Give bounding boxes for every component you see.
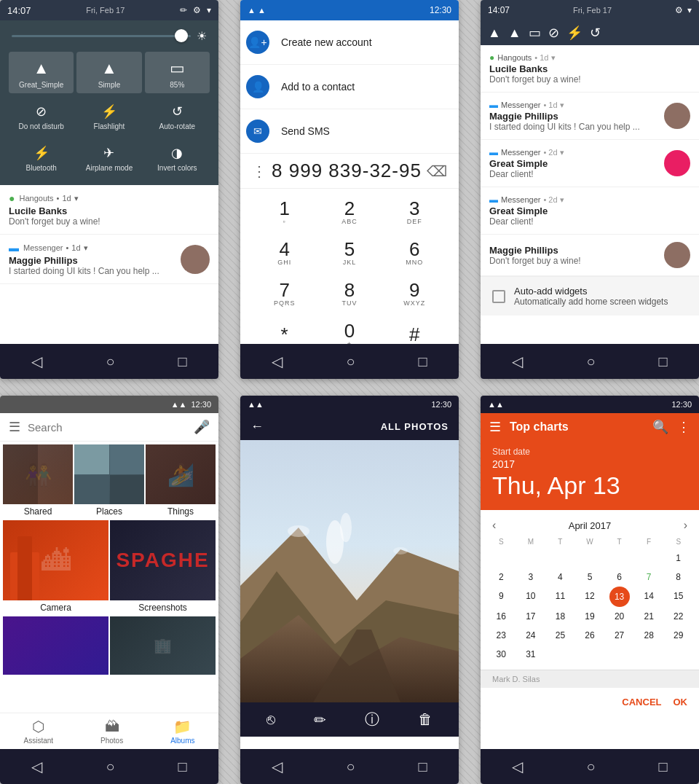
cal-day-25[interactable]: 25 bbox=[545, 626, 575, 645]
cal-day-7[interactable]: 7 bbox=[634, 568, 664, 587]
dial-key-7[interactable]: 7 PQRS bbox=[252, 273, 317, 314]
cal-day-3[interactable]: 3 bbox=[516, 568, 546, 587]
next-month-btn[interactable]: › bbox=[684, 519, 687, 532]
create-account-item[interactable]: 👤+ Create new account bbox=[240, 20, 459, 65]
share-icon[interactable]: ⎋ bbox=[266, 711, 275, 728]
dial-key-6[interactable]: 6 MNO bbox=[382, 232, 447, 273]
dialer-more-icon[interactable]: ⋮ bbox=[252, 162, 266, 180]
cal-day-8[interactable]: 8 bbox=[663, 568, 693, 587]
back-nav-icon-3[interactable]: ◁ bbox=[512, 353, 523, 370]
cal-day-6[interactable]: 6 bbox=[604, 568, 634, 587]
cal-day-21[interactable]: 21 bbox=[634, 607, 664, 626]
home-nav-icon-3[interactable]: ○ bbox=[586, 353, 595, 370]
qs-tile-autorotate[interactable]: ↺ Auto-rotate bbox=[145, 96, 210, 135]
dial-key-9[interactable]: 9 WXYZ bbox=[382, 273, 447, 314]
backspace-icon[interactable]: ⌫ bbox=[427, 162, 447, 180]
delete-icon[interactable]: 🗑 bbox=[418, 711, 433, 728]
album-things[interactable]: 🏄 Things bbox=[146, 444, 216, 519]
add-contact-item[interactable]: 👤 Add to a contact bbox=[240, 65, 459, 109]
notif-item-hangouts[interactable]: ● Hangouts • 1d ▾ Lucile Banks Don't for… bbox=[0, 185, 218, 235]
nav-photos[interactable]: 🏔 Photos bbox=[100, 718, 123, 745]
cal-day-10[interactable]: 10 bbox=[516, 587, 546, 607]
cal-day-15[interactable]: 15 bbox=[663, 587, 693, 607]
notif-item-3-messenger3[interactable]: ▬ Messenger • 2d ▾ Great Simple Dear cli… bbox=[481, 187, 699, 235]
notif-item-3-last[interactable]: Maggie Phillips Don't forget buy a wine! bbox=[481, 235, 699, 276]
cal-day-30[interactable]: 30 bbox=[486, 645, 516, 664]
brightness-row[interactable]: ☀ bbox=[6, 26, 213, 49]
album-places[interactable]: Places bbox=[74, 444, 144, 519]
mic-icon[interactable]: 🎤 bbox=[194, 419, 210, 435]
recents-nav-icon-3[interactable]: □ bbox=[658, 353, 667, 370]
qs-tile-battery[interactable]: ▭ 85% bbox=[145, 52, 210, 93]
recents-nav-icon-2[interactable]: □ bbox=[418, 353, 427, 370]
dial-key-1[interactable]: 1 ▫ bbox=[252, 192, 317, 232]
album-screenshots[interactable]: SPAGHE Screenshots bbox=[110, 520, 216, 615]
nav-albums[interactable]: 📁 Albums bbox=[170, 718, 194, 745]
cal-day-16[interactable]: 16 bbox=[486, 607, 516, 626]
menu-icon-6[interactable]: ☰ bbox=[489, 419, 501, 435]
cal-day-9[interactable]: 9 bbox=[486, 587, 516, 607]
album-extra-1[interactable] bbox=[3, 616, 108, 675]
dial-key-4[interactable]: 4 GHI bbox=[252, 232, 317, 273]
dial-key-8[interactable]: 8 TUV bbox=[317, 273, 382, 314]
cal-day-28[interactable]: 28 bbox=[634, 626, 664, 645]
back-nav-icon-6[interactable]: ◁ bbox=[512, 758, 523, 775]
cal-day-31[interactable]: 31 bbox=[516, 645, 546, 664]
cal-day-4[interactable]: 4 bbox=[545, 568, 575, 587]
notif-item-3-messenger2[interactable]: ▬ Messenger • 2d ▾ Great Simple Dear cli… bbox=[481, 140, 699, 187]
home-nav-icon[interactable]: ○ bbox=[106, 353, 114, 370]
home-nav-icon-4[interactable]: ○ bbox=[106, 758, 114, 775]
home-nav-icon-2[interactable]: ○ bbox=[346, 353, 355, 370]
back-nav-icon[interactable]: ◁ bbox=[31, 353, 42, 370]
auto-add-checkbox[interactable] bbox=[492, 290, 505, 303]
cal-day-12[interactable]: 12 bbox=[575, 587, 605, 607]
cal-day-13[interactable]: 13 bbox=[609, 587, 630, 607]
qs-tile-signal[interactable]: ▲ Simple bbox=[76, 52, 141, 93]
recents-nav-icon-4[interactable]: □ bbox=[178, 758, 186, 775]
qs-tile-dnd[interactable]: ⊘ Do not disturb bbox=[9, 96, 74, 135]
back-nav-icon-2[interactable]: ◁ bbox=[272, 353, 283, 370]
home-nav-icon-5[interactable]: ○ bbox=[346, 758, 355, 775]
auto-add-row[interactable]: Auto-add widgets Automatically add home … bbox=[481, 276, 699, 315]
back-nav-icon-5[interactable]: ◁ bbox=[272, 758, 283, 775]
back-icon-5[interactable]: ← bbox=[250, 419, 264, 434]
notif-item-messenger[interactable]: ▬ Messenger • 1d ▾ Maggie Phillips I sta… bbox=[0, 235, 218, 284]
info-icon[interactable]: ⓘ bbox=[365, 710, 379, 729]
cal-day-17[interactable]: 17 bbox=[516, 607, 546, 626]
prev-month-btn[interactable]: ‹ bbox=[492, 519, 496, 532]
recents-nav-icon-5[interactable]: □ bbox=[418, 758, 427, 775]
cal-day-2[interactable]: 2 bbox=[486, 568, 516, 587]
qs-tile-bluetooth[interactable]: ⚡ Bluetooth bbox=[9, 138, 74, 176]
cal-day-27[interactable]: 27 bbox=[604, 626, 634, 645]
qs-tile-invert[interactable]: ◑ Invert colors bbox=[145, 138, 210, 176]
edit-icon-5[interactable]: ✏ bbox=[314, 711, 326, 729]
cal-day-18[interactable]: 18 bbox=[545, 607, 575, 626]
album-shared[interactable]: 👫 Shared bbox=[3, 444, 73, 519]
send-sms-item[interactable]: ✉ Send SMS bbox=[240, 109, 459, 154]
ok-button[interactable]: OK bbox=[674, 697, 688, 707]
nav-assistant[interactable]: ⬡ Assistant bbox=[23, 718, 53, 745]
more-icon-6[interactable]: ⋮ bbox=[677, 419, 690, 435]
cal-day-5[interactable]: 5 bbox=[575, 568, 605, 587]
cal-day-20[interactable]: 20 bbox=[604, 607, 634, 626]
search-icon-6[interactable]: 🔍 bbox=[652, 419, 668, 435]
back-nav-icon-4[interactable]: ◁ bbox=[31, 758, 42, 775]
home-nav-icon-6[interactable]: ○ bbox=[586, 758, 595, 775]
cal-day-26[interactable]: 26 bbox=[575, 626, 605, 645]
album-extra-2[interactable]: 🏢 bbox=[110, 616, 216, 675]
brightness-track[interactable] bbox=[12, 35, 191, 37]
search-input-4[interactable] bbox=[28, 421, 186, 434]
search-bar-4[interactable]: ☰ 🎤 bbox=[0, 413, 218, 442]
cal-day-22[interactable]: 22 bbox=[663, 607, 693, 626]
cal-day-1[interactable]: 1 bbox=[663, 549, 693, 568]
notif-item-3-messenger1[interactable]: ▬ Messenger • 1d ▾ Maggie Phillips I sta… bbox=[481, 93, 699, 140]
cal-day-19[interactable]: 19 bbox=[575, 607, 605, 626]
qs-tile-flashlight[interactable]: ⚡ Flashlight bbox=[76, 96, 141, 135]
qs-tile-wifi[interactable]: ▲ Great_Simple bbox=[9, 52, 74, 93]
cal-day-29[interactable]: 29 bbox=[663, 626, 693, 645]
dial-key-2[interactable]: 2 ABC bbox=[317, 192, 382, 232]
recents-nav-icon[interactable]: □ bbox=[178, 353, 186, 370]
dial-key-5[interactable]: 5 JKL bbox=[317, 232, 382, 273]
album-camera[interactable]: 🏙 Camera bbox=[3, 520, 108, 615]
recents-nav-icon-6[interactable]: □ bbox=[658, 758, 667, 775]
